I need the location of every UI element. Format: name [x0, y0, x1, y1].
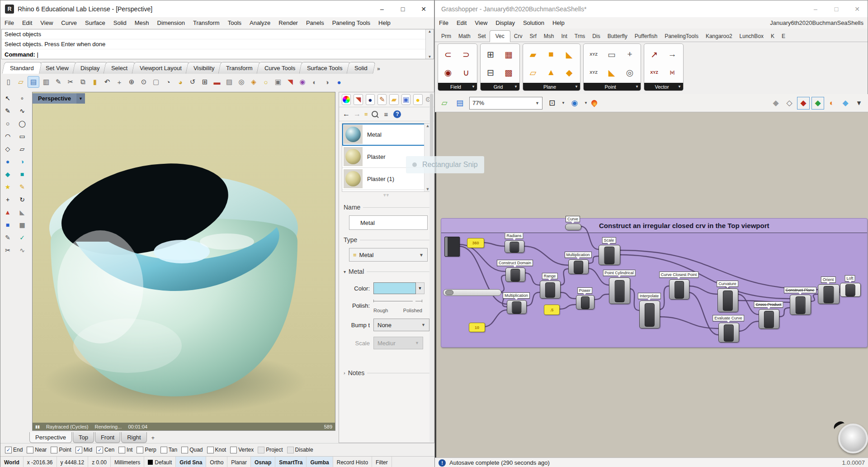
array-icon[interactable]: ▦	[16, 219, 28, 230]
toolbar-tab-viewport-layout[interactable]: Viewport Layout	[132, 62, 190, 74]
folder-panel-tab[interactable]: ▰	[389, 94, 398, 105]
gh-tab-pufferfish[interactable]: Pufferfish	[631, 31, 661, 42]
gh-tab-int[interactable]: Int	[557, 31, 571, 42]
osnap-knot[interactable]: Knot	[207, 447, 226, 453]
color-swatch[interactable]	[373, 282, 416, 294]
maximize-button[interactable]: □	[392, 1, 413, 17]
gh-tab-msh[interactable]: Msh	[540, 31, 558, 42]
gh-tab-prm[interactable]: Prm	[438, 31, 455, 42]
menu-item-analyze[interactable]: Analyze	[245, 18, 274, 28]
paste-icon[interactable]: ▮	[90, 76, 100, 87]
component-icon-grid-2[interactable]: ⊟	[482, 64, 499, 81]
gh-node-power[interactable]	[576, 295, 594, 310]
layer-wedge-icon[interactable]: ◥	[285, 76, 296, 87]
component-icon-point-4[interactable]: ◣	[604, 64, 620, 81]
gh-node-interpolate[interactable]	[639, 300, 660, 329]
color-wheel-icon[interactable]: ◉	[297, 76, 308, 87]
grasshopper-canvas[interactable]: Construct an irregular closed crv in the…	[435, 112, 868, 457]
material-type-select[interactable]: ≡ Metal ▼	[349, 248, 428, 262]
checkbox-perp[interactable]	[137, 447, 143, 453]
gh-tab-math[interactable]: Math	[455, 31, 474, 42]
move-icon[interactable]: +	[2, 194, 14, 205]
material-name-input[interactable]: Metal	[349, 215, 428, 230]
check-icon[interactable]: ✓	[16, 232, 28, 243]
help-icon[interactable]: ?	[393, 110, 401, 118]
checkbox-knot[interactable]	[207, 447, 214, 453]
help-panel-tab[interactable]: ▣	[401, 94, 410, 105]
gh-node-loft[interactable]	[840, 283, 861, 297]
component-icon-plane-0[interactable]: ▰	[525, 46, 541, 63]
gh-node-cross-product[interactable]	[759, 309, 779, 329]
canvas-compass-widget[interactable]	[838, 424, 868, 453]
minimize-button[interactable]: –	[372, 1, 392, 17]
component-icon-plane-3[interactable]: ▱	[525, 64, 541, 81]
gh-node-scale[interactable]	[599, 245, 620, 265]
checkbox-vertex[interactable]	[230, 447, 237, 453]
status-toggle-grid-sna[interactable]: Grid Sna	[176, 457, 206, 467]
dropdown-arrow-icon[interactable]: ▼	[561, 101, 565, 105]
menu-item-curve[interactable]: Curve	[57, 18, 81, 28]
polygon-icon[interactable]: ◇	[2, 143, 14, 154]
osnap-near[interactable]: Near	[27, 447, 47, 453]
annotate-panel-tab[interactable]: ✎	[377, 94, 387, 105]
render-pause-icon[interactable]: ▮▮	[35, 424, 40, 429]
checkbox-end[interactable]: ✓	[5, 447, 12, 453]
gh-node-construct-plane[interactable]	[790, 295, 811, 315]
viewport-tab-add-button[interactable]: +	[148, 433, 159, 443]
save-file-icon[interactable]: ▤	[454, 97, 466, 109]
menu-item-render[interactable]: Render	[274, 18, 302, 28]
gh-tab-set[interactable]: Set	[474, 31, 490, 42]
osnap-perp[interactable]: Perp	[137, 447, 156, 453]
menu-item-view[interactable]: View	[471, 18, 491, 28]
panel-scrollbar[interactable]	[429, 93, 434, 442]
gem-blue-icon[interactable]: ◆	[840, 97, 851, 109]
toolbar-tab-curve-tools[interactable]: Curve Tools	[256, 62, 303, 74]
osnap-point[interactable]: Point	[51, 447, 71, 453]
viewport-menu-arrow-icon[interactable]: ▼	[76, 93, 85, 104]
pencil-icon[interactable]: ✎	[16, 181, 28, 192]
gem-orange-icon[interactable]: ◐	[826, 97, 838, 109]
component-icon-field-0[interactable]: ⊂	[440, 46, 456, 63]
polish-slider[interactable]	[373, 300, 422, 307]
status-toggle-smarttra[interactable]: SmartTra	[275, 457, 307, 467]
cut-icon[interactable]: ✂	[65, 76, 76, 87]
scale-icon[interactable]: ▲	[2, 207, 14, 218]
osnap-tan[interactable]: Tan	[160, 447, 177, 453]
component-icon-point-5[interactable]: ◎	[622, 64, 638, 81]
light-icon[interactable]: ○	[260, 76, 271, 87]
menu-item-surface[interactable]: Surface	[81, 18, 109, 28]
osnap-mid[interactable]: ✓Mid	[75, 447, 92, 453]
toolbar-tab-solid[interactable]: Solid	[346, 62, 375, 74]
osnap-cen[interactable]: ✓Cen	[96, 447, 114, 453]
gh-node-curvature[interactable]	[717, 288, 738, 312]
print-icon[interactable]: ▥	[41, 76, 52, 87]
gumball-icon[interactable]: ◣	[16, 207, 28, 218]
cube-blue-icon[interactable]: ■	[2, 219, 14, 230]
toolbar-tab-visibility[interactable]: Visibility	[185, 62, 222, 74]
viewport-tab-perspective[interactable]: Perspective	[29, 432, 72, 443]
gh-tab-crv[interactable]: Crv	[510, 31, 526, 42]
checkbox-quad[interactable]	[181, 447, 188, 453]
gem-green-icon[interactable]: ◆	[811, 97, 824, 110]
ribbon-group-footer[interactable]: Vector▼	[644, 83, 683, 91]
open-file-icon[interactable]: ▱	[15, 76, 26, 87]
save-icon[interactable]: ▤	[28, 76, 39, 88]
arc-icon[interactable]: ◠	[2, 131, 14, 142]
osnap-int[interactable]: Int	[118, 447, 132, 453]
four-view-icon[interactable]: ⊞	[199, 76, 210, 87]
command-prompt[interactable]: Command: |	[2, 49, 434, 60]
gh-tab-srf[interactable]: Srf	[526, 31, 540, 42]
status-segment-3[interactable]: z 0.00	[88, 457, 111, 467]
gh-node-multiplication[interactable]	[507, 300, 527, 314]
component-icon-field-1[interactable]: ⊃	[458, 46, 474, 63]
menu-item-edit[interactable]: Edit	[18, 18, 36, 28]
gh-panel[interactable]	[444, 237, 460, 257]
checkbox-cen[interactable]: ✓	[96, 447, 103, 453]
component-icon-point-1[interactable]: ▭	[604, 46, 620, 63]
toolbar-tab-select[interactable]: Select	[104, 62, 136, 74]
lock-icon[interactable]: ▣	[273, 76, 283, 87]
gem-wire-icon[interactable]: ◇	[783, 97, 795, 109]
menu-item-mesh[interactable]: Mesh	[131, 18, 153, 28]
gh-tab-panelingtools[interactable]: PanelingTools	[661, 31, 702, 42]
close-button[interactable]: ✕	[847, 1, 868, 17]
